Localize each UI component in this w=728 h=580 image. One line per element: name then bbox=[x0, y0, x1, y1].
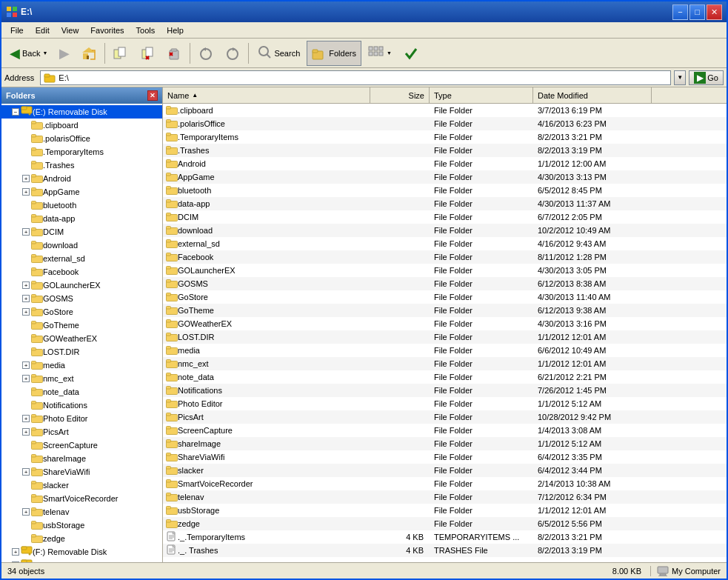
sidebar-item[interactable]: LOST.DIR bbox=[1, 345, 162, 359]
sidebar-item[interactable]: GoTheme bbox=[1, 319, 162, 332]
sidebar-item[interactable]: + PicsArt bbox=[1, 425, 162, 439]
copy-button[interactable] bbox=[135, 41, 160, 66]
close-button[interactable]: ✕ bbox=[707, 4, 722, 20]
sidebar-item[interactable]: GOWeatherEX bbox=[1, 332, 162, 345]
menu-favorites[interactable]: Favorites bbox=[84, 24, 130, 36]
table-row[interactable]: AppGame File Folder 4/30/2013 3:13 PM bbox=[163, 170, 727, 184]
table-row[interactable]: .TemporaryItems File Folder 8/2/2013 3:2… bbox=[163, 130, 727, 144]
back-button[interactable]: ◀ Back ▼ bbox=[4, 41, 53, 66]
table-row[interactable]: Notifications File Folder 7/26/2012 1:45… bbox=[163, 384, 727, 397]
sidebar-item[interactable]: note_data bbox=[1, 385, 162, 399]
sidebar-item[interactable]: + Android bbox=[1, 172, 162, 185]
up-button[interactable] bbox=[76, 41, 101, 66]
sidebar-item[interactable]: shareImage bbox=[1, 452, 162, 465]
sidebar-item[interactable]: download bbox=[1, 239, 162, 252]
table-row[interactable]: SmartVoiceRecorder File Folder 2/14/2013… bbox=[163, 477, 727, 490]
sidebar-item[interactable]: ScreenCapture bbox=[1, 439, 162, 452]
move-button[interactable] bbox=[108, 41, 133, 66]
tree-expander[interactable]: − bbox=[12, 108, 19, 116]
table-row[interactable]: usbStorage File Folder 1/1/2012 12:01 AM bbox=[163, 504, 727, 517]
table-row[interactable]: GOSMS File Folder 6/12/2013 8:38 AM bbox=[163, 277, 727, 290]
table-row[interactable]: PicsArt File Folder 10/28/2012 9:42 PM bbox=[163, 410, 727, 424]
table-row[interactable]: .polarisOffice File Folder 4/16/2013 6:2… bbox=[163, 117, 727, 130]
tree-expander[interactable]: + bbox=[22, 375, 30, 382]
table-row[interactable]: ShareViaWifi File Folder 6/4/2012 3:35 P… bbox=[163, 450, 727, 464]
sidebar-item[interactable]: .polarisOffice bbox=[1, 132, 162, 145]
sidebar-item[interactable]: .clipboard bbox=[1, 119, 162, 132]
sidebar-item[interactable]: data-app bbox=[1, 212, 162, 225]
sidebar-item[interactable]: + GOLauncherEX bbox=[1, 279, 162, 292]
sidebar-item[interactable]: zedge bbox=[1, 532, 162, 545]
tree-expander[interactable]: + bbox=[22, 468, 30, 476]
sidebar-item[interactable]: + telenav bbox=[1, 505, 162, 519]
tree-expander[interactable]: + bbox=[22, 308, 30, 316]
table-row[interactable]: .clipboard File Folder 3/7/2013 6:19 PM bbox=[163, 104, 727, 117]
sidebar-item[interactable]: + GoStore bbox=[1, 305, 162, 319]
tree-expander[interactable]: + bbox=[22, 295, 30, 302]
sidebar-item[interactable]: + Photo Editor bbox=[1, 412, 162, 425]
sidebar-item[interactable]: + GOSMS bbox=[1, 292, 162, 305]
table-row[interactable]: bluetooth File Folder 6/5/2012 8:45 PM bbox=[163, 184, 727, 197]
tree-expander[interactable]: + bbox=[22, 415, 30, 422]
tree-expander[interactable]: + bbox=[22, 281, 30, 289]
table-row[interactable]: DCIM File Folder 6/7/2012 2:05 PM bbox=[163, 210, 727, 224]
redo-button[interactable] bbox=[220, 41, 245, 66]
tree-expander[interactable]: + bbox=[22, 175, 30, 182]
table-row[interactable]: GoTheme File Folder 6/12/2013 9:38 AM bbox=[163, 304, 727, 317]
sidebar-item[interactable]: .TemporaryItems bbox=[1, 145, 162, 159]
delete-button[interactable] bbox=[161, 41, 187, 66]
sidebar-item[interactable]: + media bbox=[1, 359, 162, 372]
table-row[interactable]: GOWeatherEX File Folder 4/30/2013 3:16 P… bbox=[163, 317, 727, 330]
sidebar-item[interactable]: + DCIM bbox=[1, 225, 162, 239]
address-dropdown[interactable]: ▼ bbox=[674, 70, 686, 85]
menu-view[interactable]: View bbox=[56, 24, 85, 36]
sidebar-content[interactable]: − (E:) Removable Disk .clipboard .polari… bbox=[1, 104, 162, 562]
sidebar-close-button[interactable]: ✕ bbox=[147, 90, 158, 101]
menu-help[interactable]: Help bbox=[161, 24, 190, 36]
sidebar-item[interactable]: SmartVoiceRecorder bbox=[1, 492, 162, 505]
sidebar-item[interactable]: Facebook bbox=[1, 265, 162, 279]
sidebar-item[interactable]: .Trashes bbox=[1, 159, 162, 172]
restore-button[interactable]: □ bbox=[689, 4, 705, 20]
sidebar-item[interactable]: usbStorage bbox=[1, 519, 162, 532]
table-row[interactable]: telenav File Folder 7/12/2012 6:34 PM bbox=[163, 490, 727, 504]
sidebar-item[interactable]: + nmc_ext bbox=[1, 372, 162, 385]
file-list[interactable]: .clipboard File Folder 3/7/2013 6:19 PM … bbox=[163, 104, 727, 562]
search-button[interactable]: Search bbox=[252, 41, 305, 66]
sidebar-item[interactable]: − (E:) Removable Disk bbox=[1, 105, 162, 119]
table-row[interactable]: Android File Folder 1/1/2012 12:00 AM bbox=[163, 157, 727, 170]
tree-expander[interactable]: + bbox=[22, 361, 30, 369]
sidebar-item[interactable]: external_sd bbox=[1, 252, 162, 265]
sidebar-item[interactable]: Notifications bbox=[1, 399, 162, 412]
table-row[interactable]: .Trashes File Folder 8/2/2013 3:19 PM bbox=[163, 144, 727, 157]
sidebar-item[interactable]: + AppGame bbox=[1, 185, 162, 199]
sidebar-item[interactable]: + (F:) Removable Disk bbox=[1, 545, 162, 559]
table-row[interactable]: GOLauncherEX File Folder 4/30/2013 3:05 … bbox=[163, 264, 727, 277]
table-row[interactable]: data-app File Folder 4/30/2013 11:37 AM bbox=[163, 197, 727, 210]
table-row[interactable]: slacker File Folder 6/4/2012 3:44 PM bbox=[163, 464, 727, 477]
table-row[interactable]: zedge File Folder 6/5/2012 5:56 PM bbox=[163, 517, 727, 530]
table-row[interactable]: note_data File Folder 6/21/2012 2:21 PM bbox=[163, 370, 727, 384]
table-row[interactable]: LOST.DIR File Folder 1/1/2012 12:01 AM bbox=[163, 330, 727, 344]
menu-edit[interactable]: Edit bbox=[30, 24, 56, 36]
table-row[interactable]: shareImage File Folder 1/1/2012 5:12 AM bbox=[163, 437, 727, 450]
col-header-date[interactable]: Date Modified bbox=[533, 87, 652, 103]
table-row[interactable]: nmc_ext File Folder 1/1/2012 12:01 AM bbox=[163, 357, 727, 370]
tree-expander[interactable]: + bbox=[12, 548, 19, 556]
folders-button[interactable]: Folders bbox=[307, 41, 361, 66]
checkmark-button[interactable] bbox=[398, 41, 424, 66]
table-row[interactable]: external_sd File Folder 4/16/2012 9:43 A… bbox=[163, 237, 727, 250]
undo-button[interactable] bbox=[193, 41, 218, 66]
views-button[interactable]: ▼ bbox=[363, 41, 397, 66]
menu-tools[interactable]: Tools bbox=[130, 24, 161, 36]
sidebar-item[interactable]: bluetooth bbox=[1, 199, 162, 212]
table-row[interactable]: GoStore File Folder 4/30/2013 11:40 AM bbox=[163, 290, 727, 304]
tree-expander[interactable]: + bbox=[22, 188, 30, 196]
col-header-type[interactable]: Type bbox=[430, 87, 533, 103]
tree-expander[interactable]: + bbox=[22, 508, 30, 516]
col-header-name[interactable]: Name ▲ bbox=[163, 87, 370, 103]
table-row[interactable]: media File Folder 6/6/2012 10:49 AM bbox=[163, 344, 727, 357]
table-row[interactable]: ScreenCapture File Folder 1/4/2013 3:08 … bbox=[163, 424, 727, 437]
col-header-size[interactable]: Size bbox=[370, 87, 430, 103]
table-row[interactable]: ._. Trashes 4 KB TRASHES File 8/2/2013 3… bbox=[163, 544, 727, 557]
